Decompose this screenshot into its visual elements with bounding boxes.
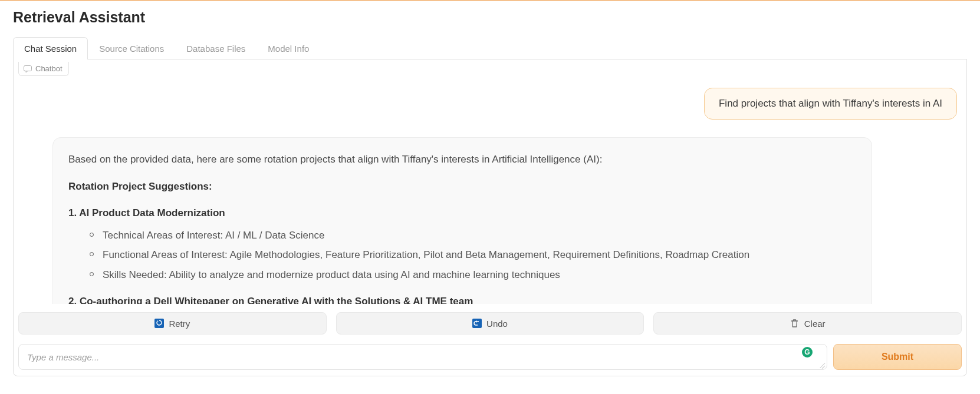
chatbot-chip-label: Chatbot — [35, 64, 63, 73]
chatbot-chip: Chatbot — [18, 62, 69, 76]
bot-section-heading: Rotation Project Suggestions: — [68, 179, 856, 194]
svg-rect-0 — [24, 65, 32, 71]
tab-chat-session[interactable]: Chat Session — [13, 37, 88, 59]
message-input-wrap: G — [18, 344, 827, 370]
undo-label: Undo — [486, 319, 508, 329]
message-input[interactable] — [19, 345, 827, 369]
bot-intro: Based on the provided data, here are som… — [68, 152, 856, 167]
grammarly-icon[interactable]: G — [802, 347, 813, 357]
list-item: Technical Areas of Interest: AI / ML / D… — [90, 228, 856, 243]
clear-label: Clear — [804, 319, 826, 329]
clear-button[interactable]: Clear — [653, 312, 962, 335]
undo-icon — [472, 319, 482, 328]
bot-item1-bullets: Technical Areas of Interest: AI / ML / D… — [68, 228, 856, 283]
bot-item1-title: 1. AI Product Data Modernization — [68, 206, 856, 221]
chat-icon — [24, 65, 32, 72]
svg-rect-1 — [154, 319, 164, 328]
chat-panel: Chatbot Find projects that align with Ti… — [13, 59, 967, 376]
tab-bar: Chat Session Source Citations Database F… — [13, 37, 967, 59]
page-title: Retrieval Assistant — [13, 9, 967, 26]
list-item: Functional Areas of Interest: Agile Meth… — [90, 247, 856, 263]
submit-button[interactable]: Submit — [833, 344, 962, 370]
action-row: Retry Undo Clear — [17, 312, 963, 335]
tab-source-citations[interactable]: Source Citations — [88, 37, 175, 59]
tab-model-info[interactable]: Model Info — [256, 37, 320, 59]
tab-database-files[interactable]: Database Files — [175, 37, 256, 59]
resize-handle[interactable] — [818, 361, 825, 368]
list-item: Skills Needed: Ability to analyze and mo… — [90, 267, 856, 283]
bot-message: Based on the provided data, here are som… — [52, 137, 872, 304]
chat-scroll-area[interactable]: Find projects that align with Tiffany's … — [17, 77, 963, 304]
user-message: Find projects that align with Tiffany's … — [704, 88, 957, 120]
trash-icon — [790, 319, 800, 328]
bot-item2-title: 2. Co-authoring a Dell Whitepaper on Gen… — [68, 294, 856, 304]
retry-icon — [154, 319, 164, 328]
app-root: Retrieval Assistant Chat Session Source … — [0, 1, 980, 385]
retry-button[interactable]: Retry — [18, 312, 327, 335]
input-row: G Submit — [17, 344, 963, 370]
retry-label: Retry — [169, 319, 190, 329]
undo-button[interactable]: Undo — [336, 312, 644, 335]
